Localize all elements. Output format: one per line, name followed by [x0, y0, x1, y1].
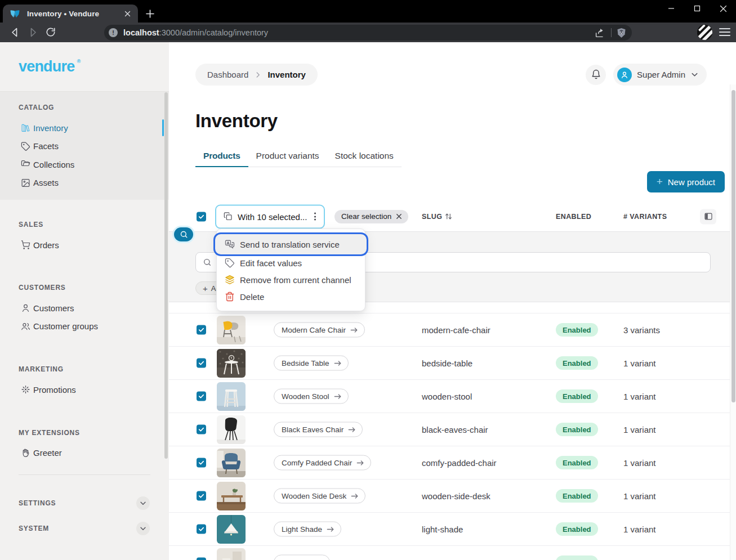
tab-close-icon[interactable]	[122, 8, 132, 19]
window-close-button[interactable]	[710, 0, 736, 17]
product-image	[217, 415, 246, 444]
vendure-logo[interactable]: vendure®	[19, 58, 74, 75]
table-row: Modern Cafe Chair modern-cafe-chair Enab…	[169, 313, 730, 347]
sidebar-section-settings[interactable]: SETTINGS	[0, 494, 169, 512]
menu-item-delete[interactable]: Delete	[220, 288, 362, 305]
arrow-right-icon	[351, 492, 359, 499]
clear-selection-chip[interactable]: Clear selection	[334, 210, 408, 223]
chevron-down-icon[interactable]	[136, 522, 150, 535]
menu-item-send-to-translation-service[interactable]: Send to translation service	[215, 234, 367, 254]
brave-shield-icon[interactable]	[617, 28, 626, 38]
reload-button[interactable]	[43, 25, 58, 39]
product-name-link[interactable]: Black Eaves Chair	[274, 422, 363, 437]
new-tab-button[interactable]	[142, 6, 158, 21]
quick-search-button[interactable]	[174, 227, 193, 241]
page-header: Dashboard Inventory Super Admin	[169, 42, 730, 86]
sidebar-item-assets[interactable]: Assets	[0, 174, 169, 192]
product-name-link[interactable]: Light Shade	[274, 522, 341, 537]
arrow-right-icon	[334, 360, 342, 366]
column-header-enabled: ENABLED	[556, 213, 591, 221]
new-product-button[interactable]: + New product	[647, 171, 725, 192]
column-header-variants: # VARIANTS	[623, 213, 667, 221]
sidebar-item-facets[interactable]: Facets	[0, 137, 169, 156]
product-slug: bedside-table	[422, 359, 472, 368]
product-slug: light-shade	[422, 525, 463, 534]
browser-tab[interactable]: Inventory • Vendure	[3, 5, 138, 23]
tabs: ProductsProduct variantsStock locations	[195, 145, 402, 167]
favicon-vendure-icon	[10, 10, 20, 18]
chevron-down-icon[interactable]	[136, 496, 150, 510]
url-text[interactable]: localhost:3000/admin/catalog/inventory	[123, 28, 595, 37]
with-selected-button[interactable]: With 10 selected...	[215, 204, 325, 229]
browser-profile-avatar[interactable]	[697, 25, 712, 40]
address-bar[interactable]: ! localhost:3000/admin/catalog/inventory	[104, 25, 632, 41]
row-checkbox[interactable]	[197, 491, 206, 501]
product-image	[217, 515, 246, 544]
sidebar-item-customer-groups[interactable]: Customer groups	[0, 317, 169, 336]
bulk-actions-dropdown: Send to translation service Edit facet v…	[216, 229, 365, 311]
menu-item-remove-from-current-channel[interactable]: Remove from current channel	[220, 271, 362, 288]
hand-icon	[21, 448, 30, 458]
status-badge: Enabled	[556, 456, 598, 469]
breadcrumb-dashboard[interactable]: Dashboard	[207, 70, 248, 79]
row-checkbox[interactable]	[197, 425, 206, 434]
user-icon	[620, 70, 629, 79]
row-checkbox[interactable]	[197, 392, 206, 401]
product-name-link[interactable]: Wooden Side Desk	[274, 489, 365, 504]
product-name-link[interactable]: Bedside Table	[274, 356, 349, 371]
url-host: localhost	[123, 28, 159, 37]
sidebar-item-customers[interactable]: Customers	[0, 299, 169, 317]
product-name-link[interactable]	[274, 555, 330, 560]
sidebar-item-greeter[interactable]: Greeter	[0, 444, 169, 463]
tab-product-variants[interactable]: Product variants	[248, 145, 327, 167]
variant-count: 1 variant	[623, 491, 656, 501]
menu-item-edit-facet-values[interactable]: Edit facet values	[220, 254, 362, 271]
bulk-action-bar: With 10 selected... Clear selection SLUG…	[169, 201, 730, 231]
product-slug: wooden-stool	[422, 392, 472, 401]
user-icon	[21, 303, 30, 313]
sidebar-scrollbar[interactable]	[164, 92, 168, 459]
actions-row: + New product	[169, 171, 725, 192]
product-name-link[interactable]: Modern Cafe Chair	[274, 322, 365, 338]
back-button[interactable]	[7, 25, 22, 39]
tab-products[interactable]: Products	[195, 145, 248, 167]
window-maximize-button[interactable]	[684, 0, 710, 17]
sparkles-icon	[21, 384, 30, 395]
sidebar-item-collections[interactable]: Collections	[0, 155, 169, 174]
sidebar-item-inventory[interactable]: Inventory	[0, 119, 169, 137]
sidebar-item-orders[interactable]: Orders	[0, 236, 169, 254]
product-name-link[interactable]: Wooden Stool	[274, 389, 349, 404]
status-badge: Enabled	[556, 522, 598, 536]
column-header-slug[interactable]: SLUG	[422, 213, 452, 221]
translate-icon	[225, 239, 235, 249]
tag-icon	[21, 141, 30, 151]
row-checkbox[interactable]	[197, 458, 206, 468]
page-scrollbar-thumb[interactable]	[731, 90, 735, 402]
plus-icon: +	[657, 176, 663, 188]
forward-button[interactable]	[25, 25, 40, 39]
breadcrumb-chevron-icon	[254, 71, 262, 79]
share-icon[interactable]	[595, 28, 606, 38]
column-picker-button[interactable]	[700, 209, 716, 224]
notifications-button[interactable]	[586, 65, 606, 85]
row-checkbox[interactable]	[197, 525, 206, 534]
sidebar-item-promotions[interactable]: Promotions	[0, 380, 169, 399]
row-checkbox[interactable]	[197, 558, 206, 560]
product-name-link[interactable]: Comfy Padded Chair	[274, 455, 371, 471]
arrow-right-icon	[348, 426, 356, 433]
browser-window: Inventory • Vendure	[0, 0, 736, 560]
table-row: Bedside Table bedside-table Enabled 1 va…	[169, 347, 730, 380]
product-image	[217, 349, 246, 378]
nav-group-sales: SALES Orders	[0, 200, 169, 254]
site-info-icon[interactable]: !	[109, 28, 118, 37]
tab-stock-locations[interactable]: Stock locations	[327, 145, 402, 167]
page-scrollbar[interactable]	[730, 84, 736, 560]
row-checkbox[interactable]	[197, 359, 206, 368]
browser-menu-icon[interactable]	[719, 26, 730, 38]
row-checkbox[interactable]	[197, 325, 206, 335]
window-minimize-button[interactable]	[658, 0, 684, 17]
select-all-checkbox[interactable]	[197, 212, 206, 221]
user-menu[interactable]: Super Admin	[613, 64, 707, 86]
sidebar-section-system[interactable]: SYSTEM	[0, 519, 169, 537]
product-slug: comfy-padded-chair	[422, 458, 497, 468]
